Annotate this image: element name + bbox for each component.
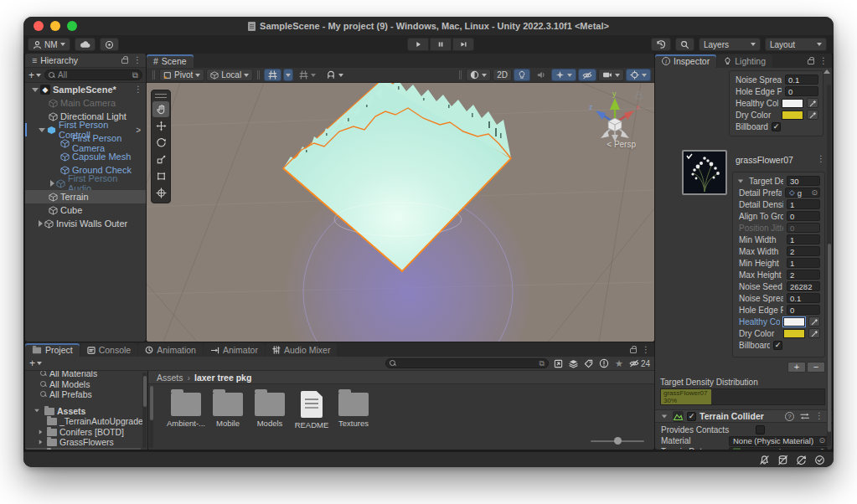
inspector-scrollbar[interactable] xyxy=(827,85,831,446)
foldout-open-icon[interactable] xyxy=(662,414,667,418)
search-everything-button[interactable] xyxy=(675,38,694,51)
scene-menu-icon[interactable]: ⋮ xyxy=(134,85,142,94)
eyedropper-button[interactable] xyxy=(807,110,818,120)
scale-tool[interactable] xyxy=(152,152,169,167)
material-field[interactable]: None (Physic Material)⊙ xyxy=(729,436,828,446)
tree-item[interactable]: All Materials xyxy=(25,371,141,379)
detail-density-field[interactable]: 1 xyxy=(787,199,820,209)
tab-animation[interactable]: Animation xyxy=(138,343,203,357)
eyedropper-button[interactable] xyxy=(808,316,820,327)
foldout-open-icon[interactable] xyxy=(34,409,39,413)
foldout-closed-icon[interactable] xyxy=(39,429,43,435)
healthy-color-swatch[interactable] xyxy=(783,317,805,327)
presets-icon[interactable] xyxy=(800,412,809,420)
layers-dropdown[interactable]: Layers xyxy=(699,38,761,51)
snap-grid-button[interactable] xyxy=(295,69,320,81)
foldout-open-icon[interactable] xyxy=(32,88,39,92)
pause-button[interactable] xyxy=(430,38,452,51)
thumbnail-zoom-slider[interactable] xyxy=(591,437,644,445)
cloud-button[interactable] xyxy=(75,38,96,51)
target-density-field[interactable]: 30 xyxy=(787,176,820,186)
min-width-field[interactable]: 1 xyxy=(787,234,820,244)
billboard-checkbox[interactable] xyxy=(772,122,781,131)
tree-item[interactable]: GrassFlowers xyxy=(25,437,141,448)
hierarchy-row-terrain-selected[interactable]: Terrain xyxy=(25,190,146,203)
save-search-icon[interactable] xyxy=(599,358,609,368)
tree-item-selected[interactable]: laxer tree pkg xyxy=(25,448,141,450)
eyedropper-button[interactable] xyxy=(807,98,818,108)
add-detail-button[interactable]: + xyxy=(787,362,806,373)
grid-options-dropdown[interactable] xyxy=(283,69,293,81)
lighting-toggle[interactable] xyxy=(514,69,530,81)
favorites-star-icon[interactable]: ★ xyxy=(615,358,623,369)
hierarchy-row[interactable]: Invisi Walls Outer xyxy=(25,217,146,230)
snap-increment-button[interactable] xyxy=(322,69,348,81)
project-search-input[interactable] xyxy=(399,359,537,368)
scrollbar-thumb[interactable] xyxy=(150,386,153,420)
tree-scrollbar[interactable] xyxy=(142,373,147,448)
drag-handle[interactable] xyxy=(155,94,167,98)
orientation-gizmo[interactable]: y x z xyxy=(584,88,646,165)
open-search-window-icon[interactable] xyxy=(554,359,563,368)
object-picker-icon[interactable]: ⊙ xyxy=(818,448,825,450)
foldout-open-icon[interactable] xyxy=(39,128,45,132)
provides-contacts-checkbox[interactable] xyxy=(756,425,765,435)
draw-mode-dropdown[interactable] xyxy=(466,69,491,81)
maximize-window-button[interactable] xyxy=(67,21,77,31)
lock-icon[interactable] xyxy=(121,59,128,64)
layout-dropdown[interactable]: Layout xyxy=(765,38,827,51)
play-button[interactable] xyxy=(407,38,429,51)
component-menu-icon[interactable]: ⋮ xyxy=(815,412,823,420)
hierarchy-row-prefab[interactable]: First Person Audio xyxy=(25,177,146,190)
auto-refresh-paused-icon[interactable] xyxy=(796,455,807,465)
hierarchy-row[interactable]: Main Camera xyxy=(25,96,146,110)
scroll-up-icon[interactable] xyxy=(823,69,830,74)
rect-tool[interactable] xyxy=(152,168,169,184)
create-asset-button[interactable]: + xyxy=(29,357,42,369)
tree-item[interactable]: All Models xyxy=(25,379,141,390)
undo-history-button[interactable] xyxy=(651,38,671,51)
billboard-checkbox[interactable] xyxy=(773,341,782,350)
tab-project[interactable]: Project xyxy=(25,343,80,357)
local-toggle[interactable]: Local xyxy=(206,69,253,81)
hierarchy-row-prefab[interactable]: First Person Camera xyxy=(25,136,146,150)
tree-item[interactable]: _TerrainAutoUpgrade xyxy=(25,416,141,427)
tab-scene[interactable]: #Scene xyxy=(147,54,194,68)
account-button[interactable]: NM xyxy=(28,38,70,51)
foldout-closed-icon[interactable] xyxy=(50,180,54,187)
search-by-label-icon[interactable] xyxy=(584,359,593,368)
close-window-button[interactable] xyxy=(34,21,44,31)
tree-item-assets-root[interactable]: Assets xyxy=(25,406,141,417)
breadcrumb-root[interactable]: Assets xyxy=(157,373,183,383)
notifications-muted-icon[interactable] xyxy=(759,455,770,465)
distribution-bar[interactable]: grassFlower07 30% xyxy=(660,388,825,405)
tree-item[interactable]: All Prefabs xyxy=(25,389,141,400)
panel-menu-icon[interactable]: ⋮ xyxy=(133,56,142,64)
hierarchy-row-prefab[interactable]: Capsule Mesh xyxy=(25,150,146,163)
2d-toggle[interactable]: 2D xyxy=(493,69,512,81)
panel-menu-icon[interactable]: ⋮ xyxy=(819,57,828,65)
detail-menu-icon[interactable]: ⋮ xyxy=(817,155,825,163)
project-search[interactable]: ⧉ xyxy=(385,358,549,368)
step-button[interactable] xyxy=(452,38,474,51)
object-picker-icon[interactable]: ⊙ xyxy=(811,189,818,197)
foldout-closed-icon[interactable] xyxy=(39,220,43,227)
hierarchy-search-input[interactable]: All ⧉ xyxy=(44,69,142,80)
asset-item[interactable]: Textures xyxy=(329,393,378,428)
tab-console[interactable]: Console xyxy=(80,343,138,357)
eyedropper-button[interactable] xyxy=(808,328,820,338)
add-gameobject-button[interactable]: + xyxy=(28,69,41,81)
detail-prefab-field[interactable]: ⬦g⊙ xyxy=(785,188,820,198)
tab-lighting[interactable]: Lighting xyxy=(717,54,772,68)
effects-dropdown[interactable] xyxy=(551,69,576,81)
hierarchy-row[interactable]: Cube xyxy=(25,203,146,217)
rotate-tool[interactable] xyxy=(152,135,169,151)
scrollbar-thumb[interactable] xyxy=(143,376,147,408)
healthy-color-swatch[interactable] xyxy=(782,99,803,108)
terrain-data-field[interactable]: New Terrain⊙ xyxy=(729,447,828,450)
tab-audio-mixer[interactable]: Audio Mixer xyxy=(266,343,337,357)
panel-menu-icon[interactable]: ⋮ xyxy=(642,346,650,354)
dry-color-swatch[interactable] xyxy=(782,111,803,120)
scene-viewport[interactable]: y x z < Persp xyxy=(147,83,654,342)
hierarchy-row-scene[interactable]: ◆ SampleScene* ⋮ xyxy=(25,83,146,96)
